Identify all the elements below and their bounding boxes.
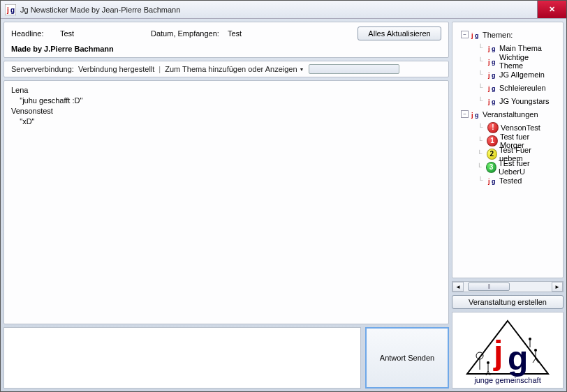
svg-text:g: g xyxy=(492,178,496,185)
priority-badge-red: ! xyxy=(487,122,499,133)
jg-icon: jg xyxy=(487,43,497,53)
svg-text:j: j xyxy=(471,32,473,39)
tree-item[interactable]: └jgJG Youngstars xyxy=(461,94,554,107)
tree-root-veranstaltungen[interactable]: − jg Veranstaltungen xyxy=(461,107,554,121)
svg-text:j: j xyxy=(487,98,490,105)
svg-text:j: j xyxy=(6,6,9,14)
priority-badge-yellow: 2 xyxy=(487,149,497,160)
server-bar: Serververbindung: Verbindung hergestellt… xyxy=(3,61,449,77)
tree-panel: − jg Themen: └jgMain Thema └jgWichtige T… xyxy=(452,22,564,278)
tree-item[interactable]: └jgJG Allgemein xyxy=(461,68,554,81)
svg-text:j: j xyxy=(471,112,473,119)
svg-text:j: j xyxy=(493,334,503,371)
tree-item[interactable]: └3TEst fuer UeberU xyxy=(461,160,554,174)
topic-menu-label: Zum Thema hinzufügen oder Anzeigen xyxy=(165,65,297,73)
server-status-value: Verbindung hergestellt xyxy=(78,65,154,73)
tree-label: JG Youngstars xyxy=(499,97,550,105)
jg-icon: jg xyxy=(487,176,497,186)
svg-text:g: g xyxy=(492,59,496,66)
tree-root-themen[interactable]: − jg Themen: xyxy=(461,28,554,41)
tree-label: Schleiereulen xyxy=(499,84,546,92)
svg-text:g: g xyxy=(475,112,479,119)
jg-icon: jg xyxy=(471,110,480,119)
svg-text:j: j xyxy=(487,59,490,66)
svg-point-28 xyxy=(534,349,537,352)
svg-text:g: g xyxy=(10,6,15,14)
logo-caption: junge gemeinschaft xyxy=(473,376,540,384)
header-panel: Headline: Test Datum, Empfangen: Test Al… xyxy=(3,22,449,58)
svg-text:j: j xyxy=(487,178,490,185)
reply-input[interactable] xyxy=(3,327,361,389)
svg-point-32 xyxy=(529,338,531,340)
tree-label: Veranstaltungen xyxy=(483,110,538,119)
tree-label: Themen: xyxy=(483,31,513,39)
svg-text:g: g xyxy=(475,32,479,39)
jg-icon: jg xyxy=(471,30,480,40)
svg-text:j: j xyxy=(487,85,490,92)
headline-value: Test xyxy=(60,29,151,38)
create-event-button[interactable]: Veranstaltung erstellen xyxy=(452,295,564,309)
svg-point-24 xyxy=(487,361,489,364)
tree-item[interactable]: └jgSchleiereulen xyxy=(461,81,554,94)
tree-label: Main Thema xyxy=(499,44,542,52)
app-icon: jg xyxy=(5,4,16,15)
compose-panel: Antwort Senden xyxy=(3,327,449,389)
jg-icon: jg xyxy=(487,83,497,93)
titlebar: jg Jg Newsticker Made by Jean-Pierre Bac… xyxy=(1,1,566,19)
svg-text:g: g xyxy=(492,45,496,52)
date-value: Test xyxy=(228,29,318,38)
priority-badge-green: 3 xyxy=(486,162,496,173)
headline-label: Headline: xyxy=(11,29,60,38)
separator: | xyxy=(159,65,161,73)
svg-text:g: g xyxy=(492,85,496,92)
messages-panel: Lena "juhu geschafft :D" Vensonstest "xD… xyxy=(3,80,449,324)
author-line: Made by J.Pierre Bachmann xyxy=(11,45,114,53)
progress-bar xyxy=(309,64,399,74)
jg-icon: jg xyxy=(487,56,497,66)
tree-label: JG Allgemein xyxy=(499,70,545,79)
server-status-label: Serververbindung: xyxy=(11,65,74,73)
chevron-down-icon: ▼ xyxy=(300,67,304,72)
priority-badge-red: 1 xyxy=(487,135,498,146)
svg-text:g: g xyxy=(492,72,496,79)
jg-icon: jg xyxy=(487,70,497,80)
tree-label: Tested xyxy=(499,176,522,185)
brand-logo: j g junge gemeinschaft xyxy=(452,312,564,389)
scroll-track[interactable] xyxy=(464,282,552,292)
tree-label: TEst fuer UeberU xyxy=(499,159,554,176)
app-window: jg Jg Newsticker Made by Jean-Pierre Bac… xyxy=(0,0,567,392)
scroll-right-icon[interactable]: ► xyxy=(552,282,563,292)
scroll-thumb[interactable] xyxy=(468,282,510,291)
topic-menu-dropdown[interactable]: Zum Thema hinzufügen oder Anzeigen ▼ xyxy=(165,65,304,73)
tree-label: VensonTest xyxy=(501,123,540,132)
refresh-all-button[interactable]: Alles Aktualisieren xyxy=(358,27,441,40)
date-label: Datum, Empfangen: xyxy=(151,29,228,38)
scroll-left-icon[interactable]: ◄ xyxy=(452,282,464,292)
collapse-icon[interactable]: − xyxy=(461,31,469,38)
window-title: Jg Newsticker Made by Jean-Pierre Bachma… xyxy=(20,6,537,14)
send-reply-button[interactable]: Antwort Senden xyxy=(365,327,449,389)
svg-line-30 xyxy=(533,359,536,363)
collapse-icon[interactable]: − xyxy=(461,110,469,118)
svg-text:j: j xyxy=(487,72,490,79)
tree-item[interactable]: └jgTested xyxy=(461,174,554,187)
tree-label: Wichtige Theme xyxy=(499,53,554,70)
svg-text:j: j xyxy=(487,45,490,52)
svg-text:g: g xyxy=(492,98,496,105)
close-button[interactable]: ✕ xyxy=(537,1,566,18)
jg-icon: jg xyxy=(487,96,497,106)
tree-horizontal-scrollbar[interactable]: ◄ ► xyxy=(452,281,564,292)
svg-text:g: g xyxy=(508,340,528,377)
tree-item[interactable]: └jgWichtige Theme xyxy=(461,54,554,68)
